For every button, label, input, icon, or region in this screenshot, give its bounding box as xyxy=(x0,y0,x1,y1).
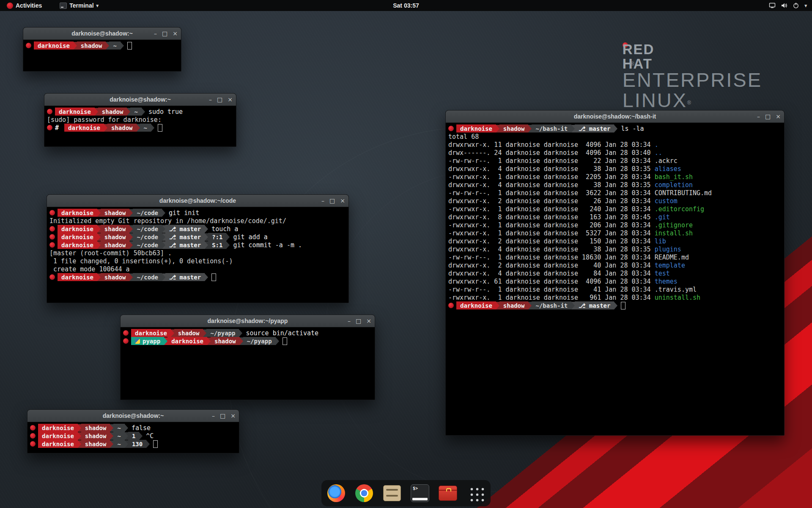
window-titlebar[interactable]: darknoise@shadow:~/code – □ × xyxy=(47,195,348,207)
minimize-button[interactable]: – xyxy=(757,113,760,119)
output-line: -rwxrwxr-x. 1 darknoise darknoise 2205 J… xyxy=(448,173,782,181)
powerline-arrow-icon xyxy=(104,124,107,132)
terminal-content[interactable]: darknoiseshadow~sudo true[sudo] password… xyxy=(44,106,236,133)
close-button[interactable]: × xyxy=(340,198,345,204)
powerline-segment: darknoise xyxy=(58,209,97,217)
clock[interactable]: Sat 03:57 xyxy=(0,2,812,9)
window-titlebar[interactable]: darknoise@shadow:~/pyapp – □ × xyxy=(121,315,375,327)
redhat-prompt-icon xyxy=(30,425,36,431)
minimize-button[interactable]: – xyxy=(321,198,324,204)
powerline-segment: darknoise xyxy=(58,241,97,249)
terminal-cursor xyxy=(621,302,625,309)
dock-files-icon[interactable] xyxy=(382,483,402,503)
maximize-button[interactable]: □ xyxy=(765,113,771,119)
system-status-area[interactable]: ▾ xyxy=(769,2,812,9)
window-title: darknoise@shadow:~/code xyxy=(159,197,236,204)
output-line: -rw-rw-r--. 1 darknoise darknoise 3622 J… xyxy=(448,189,782,197)
powerline-segment: ~/code xyxy=(133,233,162,241)
prompt-line: darknoiseshadow~130 xyxy=(30,440,236,448)
powerline-arrow-icon xyxy=(571,125,575,133)
window-titlebar[interactable]: darknoise@shadow:~ – □ × xyxy=(44,94,236,106)
window-titlebar[interactable]: darknoise@shadow:~ – □ × xyxy=(23,28,181,40)
powerline-arrow-icon xyxy=(142,108,145,116)
redhat-prompt-icon xyxy=(123,330,129,336)
powerline-segment: ~ xyxy=(130,108,141,116)
dock-terminal-icon[interactable]: $> xyxy=(410,483,430,503)
powerline-arrow-icon xyxy=(162,225,165,233)
output-text: drwxrwxr-x. 8 darknoise darknoise 163 Ja… xyxy=(448,213,670,221)
dock-toolbox-icon[interactable] xyxy=(438,483,458,503)
command-text: git commit -a -m . xyxy=(230,241,302,249)
minimize-button[interactable]: – xyxy=(348,318,351,324)
powerline-segment: shadow xyxy=(81,440,110,448)
app-grid-icon xyxy=(468,485,484,502)
root-prompt-prefix: # xyxy=(55,124,63,132)
terminal-content[interactable]: darknoiseshadow~ xyxy=(23,40,181,51)
terminal-cursor xyxy=(283,337,287,345)
close-button[interactable]: × xyxy=(776,113,781,119)
chevron-down-icon: ▾ xyxy=(96,3,99,8)
powerline-arrow-icon xyxy=(97,273,101,281)
powerline-arrow-icon xyxy=(164,337,167,345)
powerline-arrow-icon xyxy=(171,329,174,337)
dock-chrome-icon[interactable] xyxy=(354,483,374,503)
minimize-button[interactable]: – xyxy=(154,30,157,36)
activities-button[interactable]: Activities xyxy=(3,0,45,11)
output-text: -rwxrwxr-x. 1 darknoise darknoise 5327 J… xyxy=(448,229,693,237)
terminal-content[interactable]: darknoiseshadow~/pyappsource bin/activat… xyxy=(121,327,375,347)
app-menu-terminal[interactable]: Terminal ▾ xyxy=(55,0,103,11)
powerline-segment: ~/code xyxy=(133,273,162,281)
output-text: -rw-rw-r--. 1 darknoise darknoise 18630 … xyxy=(448,254,689,261)
redhat-prompt-icon xyxy=(49,242,55,248)
terminal-window: darknoise@shadow:~ – □ × darknoiseshadow… xyxy=(27,409,239,453)
rhel-branding: RED HAT® ENTERPRISE LINUX® xyxy=(623,42,762,110)
window-titlebar[interactable]: darknoise@shadow:~/bash-it – □ × xyxy=(446,110,784,123)
powerline-segment: ⎇ master xyxy=(575,301,614,309)
powerline-arrow-icon xyxy=(205,241,208,249)
maximize-button[interactable]: □ xyxy=(162,30,167,36)
terminal-content[interactable]: darknoiseshadow~/bash-it⎇ masterls -lato… xyxy=(446,123,784,311)
output-text: drwxrwxr-x. 4 darknoise darknoise 38 Jan… xyxy=(448,165,681,173)
powerline-arrow-icon xyxy=(78,424,81,432)
display-icon xyxy=(769,2,776,9)
powerline-segment: shadow xyxy=(101,209,130,217)
registered-mark: ® xyxy=(631,61,634,67)
dock-app-grid-icon[interactable] xyxy=(466,483,486,503)
minimize-button[interactable]: – xyxy=(212,413,215,419)
powerline-arrow-icon xyxy=(95,108,98,116)
maximize-button[interactable]: □ xyxy=(329,198,335,204)
output-text: drwxrwxr-x. 11 darknoise darknoise 4096 … xyxy=(448,141,658,149)
close-button[interactable]: × xyxy=(230,413,236,419)
close-button[interactable]: × xyxy=(228,97,233,102)
powerline-segment: darknoise xyxy=(58,233,97,241)
output-text: drwxrwxr-x. 4 darknoise darknoise 84 Jan… xyxy=(448,270,670,277)
output-text: drwxrwxr-x. 61 darknoise darknoise 4096 … xyxy=(448,278,678,285)
powerline-arrow-icon xyxy=(97,241,101,249)
powerline-segment: shadow xyxy=(107,124,137,132)
output-text: drwxrwxr-x. 4 darknoise darknoise 38 Jan… xyxy=(448,181,693,189)
maximize-button[interactable]: □ xyxy=(220,413,225,419)
powerline-segment: ~ xyxy=(113,432,124,440)
powerline-segment: ~/code xyxy=(133,209,162,217)
window-titlebar[interactable]: darknoise@shadow:~ – □ × xyxy=(27,410,239,422)
close-button[interactable]: × xyxy=(173,30,178,36)
terminal-content[interactable]: darknoiseshadow~falsedarknoiseshadow~1^C… xyxy=(27,422,239,450)
maximize-button[interactable]: □ xyxy=(217,97,222,102)
close-button[interactable]: × xyxy=(366,318,371,324)
terminal-content[interactable]: darknoiseshadow~/codegit initInitialized… xyxy=(47,207,348,283)
branding-linux: LINUX xyxy=(623,89,687,111)
powerline-arrow-icon xyxy=(205,225,208,233)
output-line: -rwxrwxr-x. 1 darknoise darknoise 240 Ja… xyxy=(448,205,782,213)
minimize-button[interactable]: – xyxy=(209,97,212,102)
powerline-arrow-icon xyxy=(571,302,575,309)
maximize-button[interactable]: □ xyxy=(356,318,361,324)
dock-firefox-icon[interactable] xyxy=(326,483,346,503)
powerline-segment: shadow xyxy=(81,424,110,432)
powerline-segment: shadow xyxy=(81,432,110,440)
power-icon xyxy=(793,2,799,9)
output-line: Initialized empty Git repository in /hom… xyxy=(49,217,346,225)
output-line: -rwxrwxr-x. 1 darknoise darknoise 5327 J… xyxy=(448,229,782,237)
output-line: drwxrwxr-x. 4 darknoise darknoise 84 Jan… xyxy=(448,269,782,277)
prompt-line: darknoiseshadow~/bash-it⎇ master xyxy=(448,301,782,309)
powerline-arrow-icon xyxy=(207,337,211,345)
